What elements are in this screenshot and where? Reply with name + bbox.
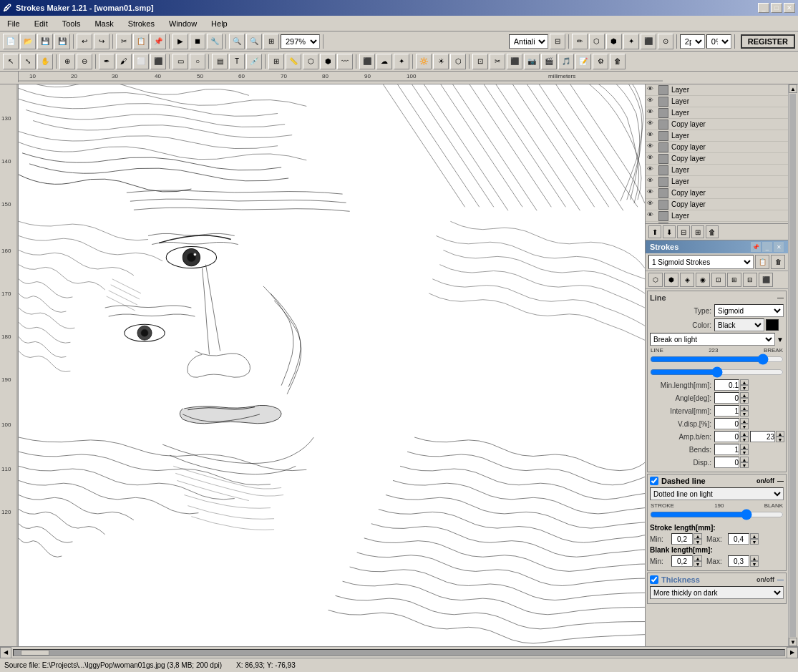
eyedropper-tool[interactable]: 💉 xyxy=(246,54,262,69)
new-button[interactable]: 📄 xyxy=(3,34,19,49)
disp-down[interactable]: ▼ xyxy=(740,462,749,468)
scroll-down-arrow[interactable]: ▼ xyxy=(789,638,797,646)
layer-eye-icon[interactable]: 👁 xyxy=(647,120,657,130)
strokes-copy-btn[interactable]: 📋 xyxy=(755,255,769,269)
layer-item[interactable]: 👁 Copy layer xyxy=(646,188,788,199)
h-scroll-track[interactable] xyxy=(13,649,785,656)
tool1[interactable]: ✏ xyxy=(572,34,588,49)
stroke-min-down[interactable]: ▼ xyxy=(694,539,702,545)
layer-item[interactable]: 👁 Layer xyxy=(646,176,788,188)
interval-input[interactable] xyxy=(714,405,739,417)
px-select[interactable]: 2px xyxy=(680,34,705,49)
ruler-tool[interactable]: 📏 xyxy=(286,54,301,69)
vdisp-input[interactable] xyxy=(714,418,739,429)
angle-input[interactable] xyxy=(714,392,739,404)
layer-item[interactable]: 👁 Copy layer xyxy=(646,119,788,130)
zoom-in-button[interactable]: 🔍 xyxy=(229,34,245,49)
pen-tool[interactable]: ✒ xyxy=(99,54,115,69)
play-button[interactable]: ▶ xyxy=(172,34,188,49)
vdisp-up[interactable]: ▲ xyxy=(740,418,749,424)
strokes-icon1[interactable]: ⬡ xyxy=(648,273,663,287)
color-select[interactable]: Black xyxy=(714,318,764,331)
scroll-up-arrow[interactable]: ▲ xyxy=(789,84,797,93)
node-tool[interactable]: ⬢ xyxy=(320,54,336,69)
brush-tool[interactable]: 🖌 xyxy=(116,54,132,69)
strokes-icon8[interactable]: ⬛ xyxy=(759,273,773,287)
layer-delete-btn[interactable]: 🗑 xyxy=(706,225,719,238)
menu-file[interactable]: File xyxy=(3,18,24,29)
layer-item[interactable]: 👁 Layer xyxy=(646,96,788,107)
pointer-tool[interactable]: ↖ xyxy=(3,54,19,69)
strokes-close-button[interactable]: ✕ xyxy=(774,242,784,252)
layer-item[interactable]: 👁 Layer xyxy=(646,107,788,119)
angle-up[interactable]: ▲ xyxy=(740,392,749,398)
layer-eye-icon[interactable]: 👁 xyxy=(647,200,657,210)
pct-select[interactable]: 0% xyxy=(706,34,731,49)
blank-min-input[interactable] xyxy=(671,555,693,567)
break-expand[interactable]: ▼ xyxy=(777,336,784,344)
bends-input[interactable] xyxy=(714,444,739,455)
stroke-max-down[interactable]: ▼ xyxy=(750,539,759,545)
amp-left-up[interactable]: ▲ xyxy=(740,431,749,437)
stroke-min-up[interactable]: ▲ xyxy=(694,533,702,539)
disp-input[interactable] xyxy=(714,457,739,468)
min-length-up[interactable]: ▲ xyxy=(740,379,749,385)
stroke-min-input[interactable] xyxy=(671,533,693,545)
burn-tool[interactable]: 🔆 xyxy=(416,54,432,69)
tool4[interactable]: ✦ xyxy=(623,34,639,49)
menu-edit[interactable]: Edit xyxy=(30,18,52,29)
antialias-select[interactable]: Antiali xyxy=(509,34,548,49)
layer-item[interactable]: 👁 Copy layer xyxy=(646,142,788,153)
strokes-delete-btn[interactable]: 🗑 xyxy=(771,255,785,269)
tool5[interactable]: ⬛ xyxy=(641,34,656,49)
zoom-select[interactable]: 297% xyxy=(281,34,320,49)
blank-min-down[interactable]: ▼ xyxy=(694,561,702,567)
layer-eye-icon[interactable]: 👁 xyxy=(647,131,657,141)
layer-item[interactable]: 👁 Copy layer xyxy=(646,199,788,210)
sharpen-tool[interactable]: ✦ xyxy=(394,54,409,69)
tool3[interactable]: ⬢ xyxy=(606,34,622,49)
layer-eye-icon[interactable]: 👁 xyxy=(647,142,657,152)
open-button[interactable]: 📂 xyxy=(20,34,36,49)
menu-mask[interactable]: Mask xyxy=(90,18,117,29)
layer-move-down-btn[interactable]: ⬇ xyxy=(663,225,676,238)
strokes-pin-button[interactable]: 📌 xyxy=(751,242,761,252)
crop-tool[interactable]: ⊡ xyxy=(472,54,488,69)
text-tool[interactable]: T xyxy=(229,54,245,69)
menu-strokes[interactable]: Strokes xyxy=(124,18,159,29)
menu-window[interactable]: Window xyxy=(165,18,201,29)
min-length-input[interactable] xyxy=(714,379,739,391)
sponge-tool[interactable]: ⬡ xyxy=(450,54,466,69)
amp-right-up[interactable]: ▲ xyxy=(776,431,784,437)
close-button[interactable]: ✕ xyxy=(784,3,795,13)
register-button[interactable]: REGISTER xyxy=(741,34,795,49)
strokes-icon5[interactable]: ⊡ xyxy=(711,273,726,287)
redo-button[interactable]: ↪ xyxy=(94,34,110,49)
strokes-icon6[interactable]: ⊞ xyxy=(727,273,741,287)
gradient-tool[interactable]: ▤ xyxy=(212,54,228,69)
dashed-type-select[interactable]: Dotted line on light xyxy=(650,487,784,500)
layers-list[interactable]: 👁 Layer 👁 Layer 👁 xyxy=(646,84,788,224)
layer-item[interactable]: 👁 Layer xyxy=(646,130,788,142)
vdisp-down[interactable]: ▼ xyxy=(740,424,749,429)
break-select[interactable]: Break on light xyxy=(650,333,775,346)
line-section-collapse[interactable]: — xyxy=(777,294,784,301)
layer-eye-icon[interactable]: 👁 xyxy=(647,211,657,221)
strokes-icon2[interactable]: ⬢ xyxy=(664,273,678,287)
zoom-out-button[interactable]: 🔍 xyxy=(246,34,262,49)
rect-tool[interactable]: ▭ xyxy=(172,54,188,69)
blank-max-input[interactable] xyxy=(728,555,749,567)
layer-item[interactable]: 👁 Layer xyxy=(646,84,788,96)
layer-eye-icon[interactable]: 👁 xyxy=(647,154,657,164)
dashed-slider[interactable] xyxy=(650,510,784,520)
cut-button[interactable]: ✂ xyxy=(116,34,132,49)
menu-help[interactable]: Help xyxy=(207,18,232,29)
interval-down[interactable]: ▼ xyxy=(740,411,749,417)
save-button[interactable]: 💾 xyxy=(37,34,53,49)
layer-item[interactable]: 👁 Layer xyxy=(646,210,788,222)
mask-tool[interactable]: ⬛ xyxy=(359,54,375,69)
view-toggle[interactable]: ⊟ xyxy=(550,34,565,49)
strokes-icon7[interactable]: ⊟ xyxy=(743,273,757,287)
layer-item[interactable]: 👁 Copy layer xyxy=(646,153,788,165)
layer-move-up-btn[interactable]: ⬆ xyxy=(648,225,661,238)
